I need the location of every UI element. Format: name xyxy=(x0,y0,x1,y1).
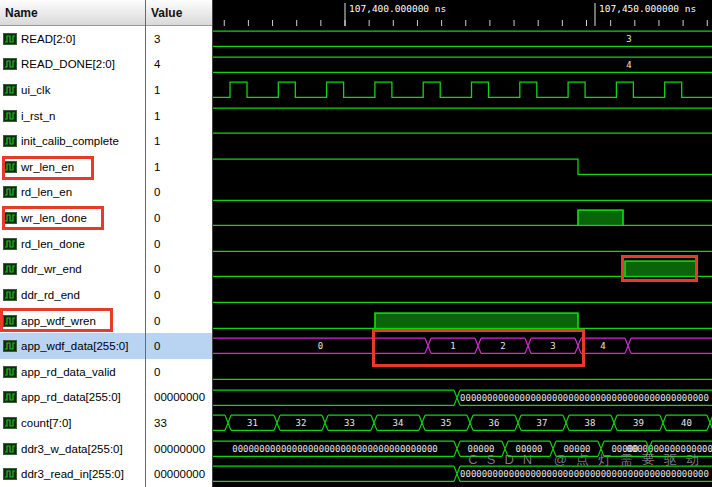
signal-name-row[interactable]: i_rst_n xyxy=(0,103,145,129)
signal-value-row[interactable]: 0 xyxy=(146,180,212,206)
signal-waveform[interactable] xyxy=(213,359,712,385)
signal-value: 00000000 xyxy=(154,443,205,455)
signal-name-row[interactable]: READ_DONE[2:0] xyxy=(0,52,145,78)
name-header-label: Name xyxy=(5,6,38,20)
signal-name-row[interactable]: ddr_rd_end xyxy=(0,282,145,308)
signal-value: 00000000 xyxy=(154,391,205,403)
watermark-text: CSDN @点灯需要驱动 xyxy=(468,451,708,469)
signal-waveform[interactable] xyxy=(213,103,712,129)
signal-waveform[interactable] xyxy=(213,154,712,180)
signal-name-row[interactable]: wr_len_done xyxy=(0,205,145,231)
signal-value-row[interactable]: 0 xyxy=(146,359,212,385)
signal-waveform[interactable] xyxy=(213,128,712,154)
signal-name-row[interactable]: ui_clk xyxy=(0,77,145,103)
signal-value: 00000000 xyxy=(154,468,205,480)
signal-value-row[interactable]: 1 xyxy=(146,77,212,103)
signal-value: 3 xyxy=(154,33,160,45)
signal-name: app_rd_data_valid xyxy=(21,366,116,378)
signal-name-row[interactable]: ddr3_w_data[255:0] xyxy=(0,436,145,462)
signal-value-row[interactable]: 1 xyxy=(146,154,212,180)
signal-waveform[interactable] xyxy=(213,77,712,103)
value-column-header[interactable]: Value xyxy=(146,0,212,26)
svg-text:1: 1 xyxy=(450,342,455,352)
signal-value-row[interactable]: 1 xyxy=(146,103,212,129)
signal-name-row[interactable]: app_rd_data[255:0] xyxy=(0,385,145,411)
name-column-header[interactable]: Name xyxy=(0,0,145,26)
signal-value-panel: Value 3411110000000000000000330000000000… xyxy=(146,0,213,487)
svg-text:3: 3 xyxy=(550,342,555,352)
timeline-ruler[interactable]: 107,400.000000 ns107,450.000000 ns xyxy=(213,0,712,26)
signal-waveform[interactable] xyxy=(213,256,712,282)
signal-name-row[interactable]: app_wdf_data[255:0] xyxy=(0,333,145,359)
waveform-rows[interactable]: 3401234000000000000000000000000000000000… xyxy=(213,26,712,487)
signal-name-row[interactable]: wr_len_en xyxy=(0,154,145,180)
signal-name-row[interactable]: rd_len_done xyxy=(0,231,145,257)
signal-waveform[interactable] xyxy=(213,180,712,206)
svg-text:3: 3 xyxy=(626,34,631,44)
signal-value-row[interactable]: 0 xyxy=(146,308,212,334)
signal-value-row[interactable]: 0 xyxy=(146,231,212,257)
signal-waveform[interactable] xyxy=(213,205,712,231)
signal-value-row[interactable]: 00000000 xyxy=(146,385,212,411)
signal-name: wr_len_en xyxy=(21,161,74,173)
signal-value-row[interactable]: 0 xyxy=(146,205,212,231)
signal-name-row[interactable]: ddr3_read_in[255:0] xyxy=(0,461,145,487)
signal-waveform[interactable] xyxy=(213,231,712,257)
signal-waveform[interactable] xyxy=(213,308,712,334)
svg-text:35: 35 xyxy=(441,418,452,428)
signal-waveform-icon xyxy=(3,186,17,198)
svg-text:37: 37 xyxy=(537,418,548,428)
signal-name-row[interactable]: count[7:0] xyxy=(0,410,145,436)
svg-text:107,400.000000 ns: 107,400.000000 ns xyxy=(349,3,446,14)
signal-value: 4 xyxy=(154,58,160,70)
signal-waveform-icon xyxy=(3,161,17,173)
signal-value: 0 xyxy=(154,263,160,275)
signal-waveform-icon xyxy=(3,340,17,352)
signal-value: 1 xyxy=(154,84,160,96)
signal-waveform-icon xyxy=(3,110,17,122)
signal-value: 0 xyxy=(154,315,160,327)
signal-waveform[interactable]: 01234 xyxy=(213,333,712,359)
svg-text:32: 32 xyxy=(296,418,307,428)
signal-name-row[interactable]: app_rd_data_valid xyxy=(0,359,145,385)
signal-waveform[interactable]: 3 xyxy=(213,26,712,52)
signal-name: app_wdf_data[255:0] xyxy=(21,340,128,352)
svg-text:33: 33 xyxy=(344,418,355,428)
signal-value: 1 xyxy=(154,161,160,173)
signal-name-row[interactable]: init_calib_complete xyxy=(0,128,145,154)
signal-name: ddr_rd_end xyxy=(21,289,80,301)
signal-name-row[interactable]: rd_len_en xyxy=(0,180,145,206)
signal-waveform-icon xyxy=(3,58,17,70)
signal-value-row[interactable]: 33 xyxy=(146,410,212,436)
signal-value-row[interactable]: 4 xyxy=(146,52,212,78)
signal-value: 0 xyxy=(154,366,160,378)
waveform-area: 107,400.000000 ns107,450.000000 ns 34012… xyxy=(213,0,712,487)
signal-name-row[interactable]: app_wdf_wren xyxy=(0,308,145,334)
signal-waveform-icon xyxy=(3,135,17,147)
signal-name: READ[2:0] xyxy=(21,33,75,45)
signal-name: wr_len_done xyxy=(21,212,87,224)
signal-name-row[interactable]: READ[2:0] xyxy=(0,26,145,52)
signal-waveform[interactable]: 31323334353637383940 xyxy=(213,410,712,436)
signal-value-row[interactable]: 1 xyxy=(146,128,212,154)
signal-waveform[interactable]: 4 xyxy=(213,52,712,78)
signal-name: app_rd_data[255:0] xyxy=(21,391,121,403)
signal-value-row[interactable]: 0 xyxy=(146,333,212,359)
signal-name: READ_DONE[2:0] xyxy=(21,58,115,70)
signal-value-row[interactable]: 00000000 xyxy=(146,461,212,487)
signal-name: count[7:0] xyxy=(21,417,72,429)
svg-text:0: 0 xyxy=(318,342,323,352)
signal-value-row[interactable]: 0 xyxy=(146,256,212,282)
svg-text:000000000000000000000000000000: 00000000000000000000000000000000000000 xyxy=(232,444,438,454)
signal-name: ui_clk xyxy=(21,84,50,96)
signal-value-list: 3411110000000000000000330000000000000000 xyxy=(146,26,212,487)
svg-text:38: 38 xyxy=(585,418,596,428)
signal-waveform-icon xyxy=(3,443,17,455)
signal-value-row[interactable]: 0 xyxy=(146,282,212,308)
signal-waveform[interactable]: 0000000000000000000000000000000000000000… xyxy=(213,385,712,411)
signal-waveform[interactable] xyxy=(213,282,712,308)
signal-value: 33 xyxy=(154,417,167,429)
signal-value-row[interactable]: 00000000 xyxy=(146,436,212,462)
signal-value-row[interactable]: 3 xyxy=(146,26,212,52)
signal-name-row[interactable]: ddr_wr_end xyxy=(0,256,145,282)
